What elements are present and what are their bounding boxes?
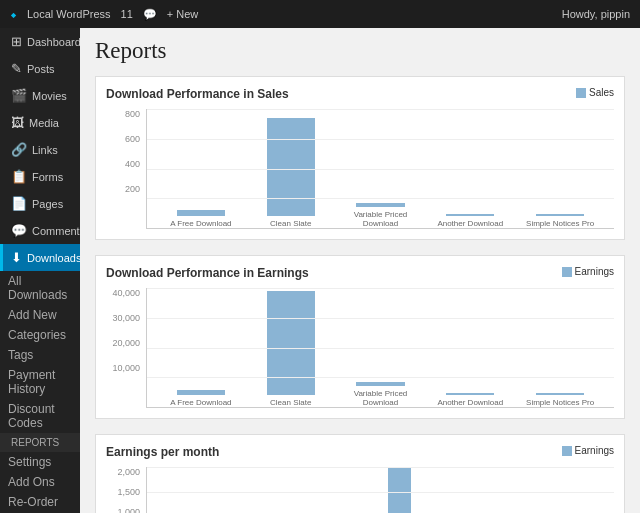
sidebar-sub-tags[interactable]: Tags [0,345,80,365]
bar-group: Jun 2012 [342,467,380,513]
links-icon: 🔗 [11,142,27,157]
sidebar-section-reports: Reports [0,433,80,452]
y-label: 2,000 [106,467,140,477]
bar [356,203,404,207]
bar-group: Jul 2012 [380,467,418,513]
chart-sales-performance: Download Performance in Sales Sales 800 … [95,76,625,240]
bar-group: Jan 2012 [152,467,190,513]
site-name[interactable]: Local WordPress [27,8,111,20]
bar [536,393,584,395]
posts-icon: ✎ [11,61,22,76]
comments-icon: 💬 [11,223,27,238]
bar [267,291,315,395]
bar-group: Variable PricedDownload [337,288,425,407]
sidebar-sub-reorder[interactable]: Re-Order [0,492,80,512]
sidebar-label-links: Links [32,144,58,156]
sidebar-sub-addons[interactable]: Add Ons [0,472,80,492]
comment-icon[interactable]: 💬 [143,8,157,21]
sidebar-sub-discount-codes[interactable]: Discount Codes [0,399,80,433]
pages-icon: 📄 [11,196,27,211]
bar-group: Mar 2012 [228,467,266,513]
bar-group: Variable PricedDownload [337,109,425,228]
sidebar-label-media: Media [29,117,59,129]
sidebar-item-media[interactable]: 🖼 Media [0,109,80,136]
legend-dot-earnings [562,267,572,277]
sidebar-label-pages: Pages [32,198,63,210]
bar [536,214,584,216]
bar-label: Another Download [437,219,503,228]
new-button[interactable]: + New [167,8,199,20]
bar [177,390,225,395]
bar [388,467,411,513]
bar-group: Dec2012 [571,467,609,513]
bar-group: Another Download [426,288,514,407]
sidebar-item-movies[interactable]: 🎬 Movies [0,82,80,109]
bar [446,214,494,216]
bar-group: Aug2012 [419,467,457,513]
legend-label-earnings-month: Earnings [575,445,614,456]
legend-dot-earnings-month [562,446,572,456]
bar [356,382,404,386]
media-icon: 🖼 [11,115,24,130]
bar-label: A Free Download [170,398,231,407]
sidebar-label-posts: Posts [27,63,55,75]
bar-label: Variable PricedDownload [354,210,408,228]
bar [177,210,225,216]
bar-group: Clean Slate [247,109,335,228]
bar-label: Another Download [437,398,503,407]
page-title: Reports [95,38,625,64]
bar-label: A Free Download [170,219,231,228]
bar-label: Clean Slate [270,219,311,228]
bar-label: Variable PricedDownload [354,389,408,407]
bar-group: A Free Download [157,109,245,228]
sidebar-label-dashboard: Dashboard [27,36,80,48]
bar-group: Feb 2012 [190,467,228,513]
bar [446,393,494,395]
sidebar-sub-categories[interactable]: Categories [0,325,80,345]
bar-group: A Free Download [157,288,245,407]
sidebar-item-pages[interactable]: 📄 Pages [0,190,80,217]
sidebar-item-links[interactable]: 🔗 Links [0,136,80,163]
wp-logo: ⬥ [10,8,17,20]
chart-earnings-performance: Download Performance in Earnings Earning… [95,255,625,419]
sidebar-label-comments: Comments [32,225,80,237]
bar-group: Sep2012 [457,467,495,513]
sidebar-sub-settings[interactable]: Settings [0,452,80,472]
user-greeting: Howdy, pippin [562,8,630,20]
sidebar: ⊞ Dashboard ✎ Posts 🎬 Movies 🖼 Media 🔗 L… [0,28,80,513]
forms-icon: 📋 [11,169,27,184]
dashboard-icon: ⊞ [11,34,22,49]
sidebar-label-downloads: Downloads [27,252,80,264]
bar-group: Simple Notices Pro [516,109,604,228]
sidebar-sub-add-new[interactable]: Add New [0,305,80,325]
bar-group: Simple Notices Pro [516,288,604,407]
sidebar-label-movies: Movies [32,90,67,102]
legend-label-earnings: Earnings [575,266,614,277]
sidebar-label-forms: Forms [32,171,63,183]
legend-label-sales: Sales [589,87,614,98]
legend-dot-sales [576,88,586,98]
y-label: 10,000 [106,363,140,373]
y-label: 40,000 [106,288,140,298]
y-label: 200 [106,184,140,194]
y-label: 1,000 [106,507,140,513]
y-label: 400 [106,159,140,169]
sidebar-sub-payment-history[interactable]: Payment History [0,365,80,399]
sidebar-item-forms[interactable]: 📋 Forms [0,163,80,190]
bar-group: Clean Slate [247,288,335,407]
bar-group: May2012 [304,467,342,513]
sidebar-item-posts[interactable]: ✎ Posts [0,55,80,82]
bar-group: Nov2012 [533,467,571,513]
sidebar-item-dashboard[interactable]: ⊞ Dashboard [0,28,80,55]
y-label: 30,000 [106,313,140,323]
y-label: 20,000 [106,338,140,348]
bar-group: Oct 2012 [495,467,533,513]
chart-title-earnings-month: Earnings per month [106,445,614,459]
bar-label: Simple Notices Pro [526,219,594,228]
sidebar-sub-all-downloads[interactable]: All Downloads [0,271,80,305]
sidebar-item-comments[interactable]: 💬 Comments [0,217,80,244]
notifications[interactable]: 11 [121,8,133,20]
y-label: 800 [106,109,140,119]
sidebar-item-downloads[interactable]: ⬇ Downloads [0,244,80,271]
y-label: 600 [106,134,140,144]
